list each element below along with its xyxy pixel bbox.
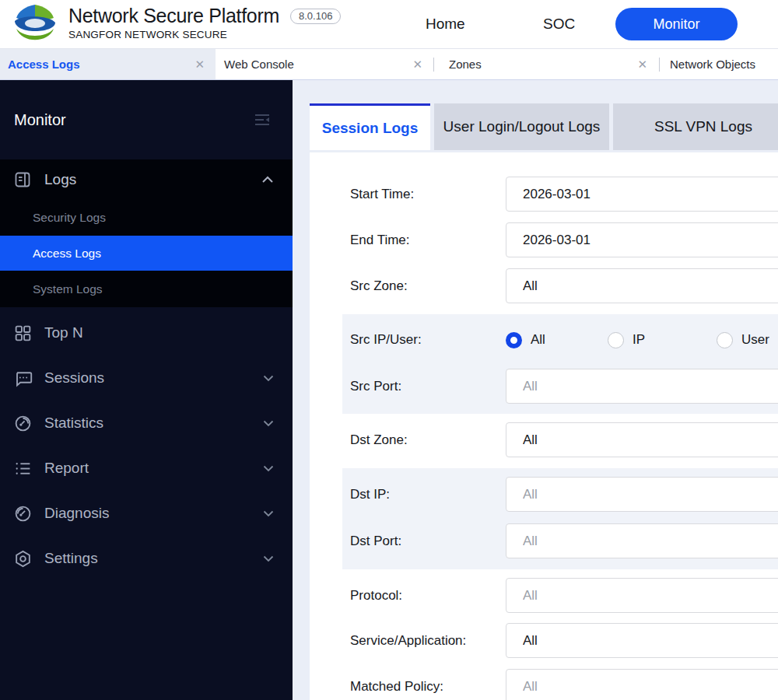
sidebar-item-label: Logs xyxy=(44,171,76,188)
form-row-dst-port: Dst Port: xyxy=(342,523,778,558)
close-icon[interactable]: ✕ xyxy=(412,58,422,70)
end-time-input[interactable] xyxy=(506,222,778,257)
start-time-input[interactable] xyxy=(506,177,778,212)
sidebar-item-label: Sessions xyxy=(44,369,104,387)
report-icon xyxy=(13,459,33,478)
brand-block: Network Secure Platform 8.0.106 SANGFOR … xyxy=(68,5,341,40)
dst-port-label: Dst Port: xyxy=(350,523,506,558)
window-tab-zones[interactable]: Zones ✕ xyxy=(434,49,659,79)
src-port-input[interactable] xyxy=(506,369,778,404)
sidebar-item-label: Security Logs xyxy=(33,211,106,225)
sidebar-item-top-n[interactable]: Top N xyxy=(0,310,293,355)
tab-ssl-vpn-logs[interactable]: SSL VPN Logs xyxy=(613,103,778,150)
chevron-up-icon[interactable] xyxy=(261,176,274,184)
chevron-down-icon xyxy=(263,465,274,472)
form-row-src-zone: Src Zone: xyxy=(310,268,778,314)
sidebar-item-label: Statistics xyxy=(44,415,103,432)
window-tab-label: Network Objects xyxy=(670,58,755,71)
tab-label: Session Logs xyxy=(322,120,419,137)
nav-monitor-button[interactable]: Monitor xyxy=(615,8,738,40)
form-row-src-port: Src Port: xyxy=(342,369,778,404)
radio-unselected-icon[interactable] xyxy=(717,332,733,348)
app-subtitle: SANGFOR NETWORK SECURE xyxy=(68,29,341,40)
chevron-down-icon xyxy=(263,510,274,517)
window-tab-label: Zones xyxy=(449,58,482,71)
matched-policy-label: Matched Policy: xyxy=(350,669,506,700)
sidebar-item-system-logs[interactable]: System Logs xyxy=(0,271,293,307)
version-badge: 8.0.106 xyxy=(290,9,341,24)
close-icon[interactable]: ✕ xyxy=(637,58,647,70)
sidebar-item-statistics[interactable]: Statistics xyxy=(0,401,293,446)
tab-session-logs[interactable]: Session Logs xyxy=(310,103,430,150)
sidebar-item-sessions[interactable]: Sessions xyxy=(0,355,293,401)
radio-unselected-icon[interactable] xyxy=(608,332,624,348)
src-ip-user-radio-group: All IP User xyxy=(506,332,769,348)
sidebar-item-label: Top N xyxy=(44,324,83,341)
sidebar-item-label: Access Logs xyxy=(33,247,101,261)
chevron-down-icon xyxy=(263,375,274,382)
close-icon[interactable]: ✕ xyxy=(194,58,205,70)
nav-soc[interactable]: SOC xyxy=(543,16,575,33)
sidebar-header: Monitor xyxy=(0,80,293,159)
sidebar-items: Top N Sessions xyxy=(0,310,293,581)
dst-port-input[interactable] xyxy=(506,523,778,558)
app-window: Network Secure Platform 8.0.106 SANGFOR … xyxy=(0,0,778,700)
src-filter-section: Src IP/User: All IP User xyxy=(342,314,778,414)
window-tab-access-logs[interactable]: Access Logs ✕ xyxy=(0,49,216,79)
src-zone-label: Src Zone: xyxy=(350,268,506,303)
sidebar-item-report[interactable]: Report xyxy=(0,446,293,491)
app-header: Network Secure Platform 8.0.106 SANGFOR … xyxy=(0,0,778,49)
statistics-icon xyxy=(13,414,33,433)
radio-label: User xyxy=(741,332,769,348)
dst-zone-select[interactable] xyxy=(506,422,778,457)
sidebar-collapse-icon[interactable] xyxy=(253,112,272,128)
matched-policy-input[interactable] xyxy=(506,669,778,700)
chevron-down-icon xyxy=(263,420,274,427)
main-content: Session Logs User Login/Logout Logs SSL … xyxy=(293,80,778,700)
radio-label: IP xyxy=(633,332,645,348)
window-tab-network-objects[interactable]: Network Objects xyxy=(660,49,778,79)
end-time-label: End Time: xyxy=(350,222,506,257)
sidebar-item-logs[interactable]: Logs xyxy=(0,159,293,199)
chevron-down-icon xyxy=(263,555,274,562)
sidebar-item-security-logs[interactable]: Security Logs xyxy=(0,199,293,236)
radio-selected-icon[interactable] xyxy=(506,332,522,348)
tab-label: SSL VPN Logs xyxy=(654,118,752,135)
window-tab-label: Web Console xyxy=(224,58,294,71)
sidebar-item-access-logs[interactable]: Access Logs xyxy=(0,236,293,271)
sidebar-item-diagnosis[interactable]: Diagnosis xyxy=(0,491,293,536)
service-application-select[interactable] xyxy=(506,623,778,658)
src-zone-select[interactable] xyxy=(506,268,778,303)
radio-option-ip[interactable]: IP xyxy=(608,332,645,348)
protocol-input[interactable] xyxy=(506,578,778,613)
sidebar-title: Monitor xyxy=(14,111,66,129)
radio-option-user[interactable]: User xyxy=(717,332,769,348)
tab-user-login-logout-logs[interactable]: User Login/Logout Logs xyxy=(434,103,609,150)
protocol-label: Protocol: xyxy=(350,578,506,613)
sidebar-item-label: Diagnosis xyxy=(44,505,109,522)
settings-icon xyxy=(13,549,33,569)
sidebar-item-label: Report xyxy=(44,460,89,477)
src-port-label: Src Port: xyxy=(350,369,506,404)
window-tab-bar: Access Logs ✕ Web Console ✕ Zones ✕ Netw… xyxy=(0,49,778,80)
window-tab-web-console[interactable]: Web Console ✕ xyxy=(216,49,433,79)
dst-ip-label: Dst IP: xyxy=(350,477,506,512)
dst-ip-input[interactable] xyxy=(506,477,778,512)
form-row-dst-ip: Dst IP: xyxy=(342,477,778,512)
content-tabs: Session Logs User Login/Logout Logs SSL … xyxy=(310,103,778,150)
form-row-start-time: Start Time: xyxy=(310,177,778,222)
radio-option-all[interactable]: All xyxy=(506,332,545,348)
form-row-src-ip-user: Src IP/User: All IP User xyxy=(342,331,778,349)
top-n-icon xyxy=(13,324,33,343)
logs-icon xyxy=(13,170,32,189)
nav-home[interactable]: Home xyxy=(426,16,465,33)
sangfor-logo-icon xyxy=(12,4,58,44)
form-row-protocol: Protocol: xyxy=(310,578,778,623)
sidebar-item-settings[interactable]: Settings xyxy=(0,536,293,581)
app-title: Network Secure Platform xyxy=(68,5,279,27)
form-row-matched-policy: Matched Policy: xyxy=(310,668,778,700)
sidebar-group-logs: Logs Security Logs Access Logs System Lo… xyxy=(0,159,293,307)
diagnosis-icon xyxy=(13,504,33,523)
window-tab-label: Access Logs xyxy=(8,58,80,71)
radio-label: All xyxy=(531,332,545,348)
